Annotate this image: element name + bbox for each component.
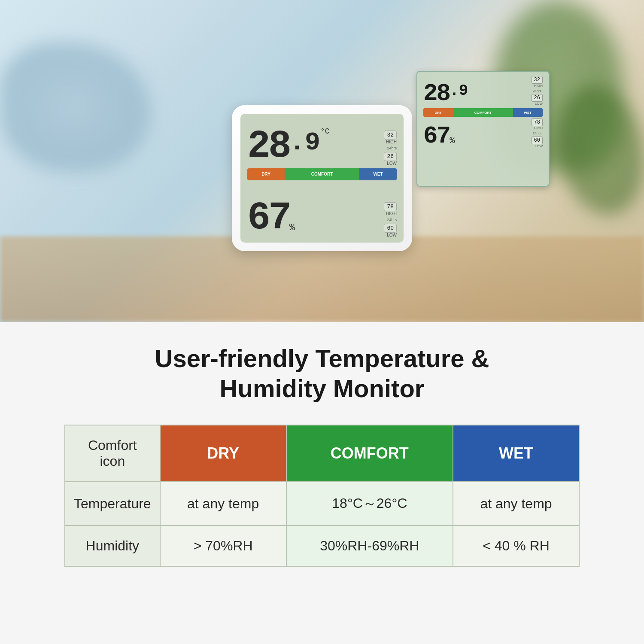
zoom-hl-panel: 32 HIGH 24hrs 26 LOW [532, 76, 543, 106]
dry-label: DRY [207, 444, 239, 462]
cell-comfort-temp: 18°C～26°C [286, 482, 453, 526]
lcd-top: 28 .9 °C 32 HIGH 24hrs 26 LOW [247, 119, 397, 166]
hum-low-label: LOW [384, 233, 397, 237]
high-value: 32 [384, 131, 397, 140]
zoom-bar-comfort: COMFORT [453, 108, 513, 117]
comfort-table: Comfort icon DRY COMFORT WET Temperature… [64, 425, 580, 567]
hum-low-value: 60 [384, 224, 397, 233]
zoom-high-value: 32 [532, 76, 543, 84]
zoom-hum-hl: 78 HIGH 24hrs 60 LOW [532, 118, 543, 148]
low-label: LOW [384, 161, 397, 166]
cell-wet-temp: at any temp [453, 482, 579, 526]
zoom-bar-wet: WET [513, 108, 543, 117]
row-header-humidity: Humidity [65, 526, 160, 566]
row-header-icon: Comfort icon [65, 425, 160, 482]
cell-wet-humidity: < 40 % RH [453, 526, 579, 566]
table-row-humidity: Humidity > 70%RH 30%RH-69%RH < 40 % RH [65, 526, 579, 566]
cell-dry-icon: DRY [160, 425, 286, 482]
high-label: HIGH [384, 140, 397, 144]
bar-dry: DRY [247, 168, 285, 180]
info-section: User-friendly Temperature & Humidity Mon… [0, 322, 644, 644]
device-area: 28 .9 °C 32 HIGH 24hrs 26 LOW [232, 105, 412, 251]
high-low-panel: 32 HIGH 24hrs 26 LOW [384, 131, 397, 166]
lcd-bottom: 67 % 78 HIGH 24hrs 60 LOW [247, 191, 397, 237]
zoom-hum-value: 67 [423, 124, 450, 148]
zoom-low-label: LOW [532, 102, 543, 106]
hum-high-value: 78 [384, 202, 397, 211]
cell-dry-humidity: > 70%RH [160, 526, 286, 566]
bar-comfort: COMFORT [285, 168, 359, 180]
zoom-temp-value: 28 [423, 82, 450, 106]
table-row-icons: Comfort icon DRY COMFORT WET [65, 425, 579, 482]
bg-plant2 [558, 86, 644, 215]
zoom-hum-high: 78 [532, 118, 543, 126]
comfort-color-bar: DRY COMFORT WET [247, 168, 397, 180]
zoom-callout: 28 .9 32 HIGH 24hrs 26 LOW [416, 71, 550, 187]
hum-unit: % [289, 222, 295, 233]
cell-dry-temp: at any temp [160, 482, 286, 526]
photo-section: 28 .9 °C 32 HIGH 24hrs 26 LOW [0, 0, 644, 322]
table-row-temperature: Temperature at any temp 18°C～26°C at any… [65, 482, 579, 526]
lcd-screen: 28 .9 °C 32 HIGH 24hrs 26 LOW [240, 114, 404, 243]
low-value: 26 [384, 152, 397, 161]
hum-high-label: HIGH [384, 211, 397, 216]
zoom-hum-low: 60 [532, 137, 543, 144]
comfort-label: COMFORT [331, 444, 409, 462]
humidity-value: 67 [247, 199, 289, 237]
zoom-high-label: HIGH [532, 84, 543, 88]
zoom-low-value: 26 [532, 94, 543, 102]
hum-high-low-panel: 78 HIGH 24hrs 60 LOW [384, 202, 397, 237]
cell-comfort-icon: COMFORT [286, 425, 453, 482]
hrs-label: 24hrs [387, 146, 397, 150]
humidity-display: 67 % [247, 199, 295, 237]
bar-wet: WET [359, 168, 397, 180]
zoom-color-bar: DRY COMFORT WET [423, 108, 543, 117]
temp-unit: °C [320, 127, 330, 136]
zoom-bar-dry: DRY [423, 108, 453, 117]
zoom-bottom: 67 % 78 HIGH 24hrs 60 LOW [423, 118, 543, 148]
row-header-temp: Temperature [65, 482, 160, 526]
wet-label: WET [499, 444, 533, 462]
cell-wet-icon: WET [453, 425, 579, 482]
temperature-value: 28 [247, 127, 289, 166]
zoom-top: 28 .9 32 HIGH 24hrs 26 LOW [423, 76, 543, 106]
main-device: 28 .9 °C 32 HIGH 24hrs 26 LOW [232, 105, 412, 251]
main-title: User-friendly Temperature & Humidity Mon… [155, 343, 489, 403]
cell-comfort-humidity: 30%RH-69%RH [286, 526, 453, 566]
bg-pillow [0, 43, 150, 172]
